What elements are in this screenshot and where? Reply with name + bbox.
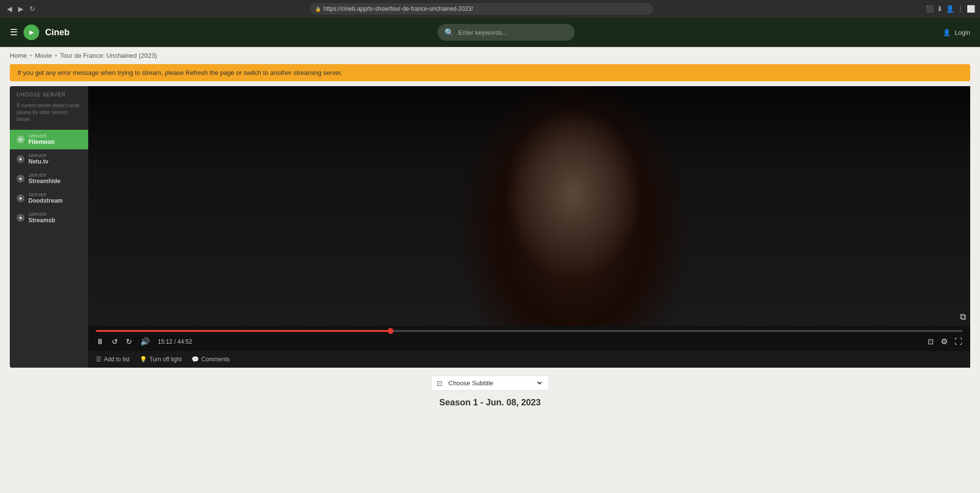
below-player: ⊡ Choose Subtitle English French Spanish… — [0, 368, 980, 416]
downloads-icon: ⬇ — [937, 5, 943, 13]
hamburger-menu[interactable]: ☰ — [10, 27, 18, 38]
video-frame[interactable]: ⧉ — [88, 86, 970, 326]
search-icon: 🔍 — [444, 28, 454, 37]
server-item-doodstream[interactable]: ▶ Server Doodstream — [10, 188, 88, 208]
server-info-doodstream: Server Doodstream — [28, 192, 63, 204]
progress-bar[interactable] — [96, 330, 962, 332]
face-silhouette — [88, 86, 970, 326]
subtitle-row: ⊡ Choose Subtitle English French Spanish — [10, 376, 970, 391]
profile-icon: 👤 — [946, 5, 954, 13]
server-sidebar: CHOOSE SERVER If current server doesn't … — [10, 86, 88, 368]
add-to-list-button[interactable]: ☰ Add to list — [96, 356, 130, 363]
fullscreen-button[interactable]: ⛶ — [955, 337, 962, 346]
breadcrumb-current: Tour de France: Unchained (2023) — [60, 52, 157, 59]
url-text: https://cineb.app/tv-show/tour-de-france… — [324, 5, 473, 12]
controls-left: ⏸ ↺ ↻ 🔊 15:12 / 44:52 — [96, 337, 192, 346]
breadcrumb-home[interactable]: Home — [10, 52, 27, 59]
search-input-wrap[interactable]: 🔍 — [438, 24, 575, 41]
player-wrap: ⧉ ⏸ ↺ ↻ 🔊 15:12 / 44:52 — [88, 86, 970, 368]
header-right: 👤 Login — [943, 29, 970, 36]
server-item-streamhide[interactable]: ▶ Server Streamhide — [10, 169, 88, 188]
turn-off-light-button[interactable]: 💡 Turn off light — [140, 356, 182, 363]
comments-button[interactable]: 💬 Comments — [192, 356, 230, 363]
forward-button[interactable]: ↻ — [126, 337, 132, 346]
breadcrumb: Home • Movie • Tour de France: Unchained… — [0, 47, 980, 64]
server-info-filemoon: Server Filemoon — [28, 134, 54, 145]
refresh-button[interactable]: ↻ — [27, 4, 37, 14]
server-label-3: Server — [28, 192, 63, 197]
logo-text: Cineb — [45, 27, 70, 38]
search-input[interactable] — [458, 29, 566, 36]
lock-icon: 🔒 — [315, 6, 321, 12]
resize-icon[interactable]: ⬜ — [967, 5, 975, 13]
subtitle-icon: ⊡ — [437, 379, 442, 387]
server-item-streamsb[interactable]: ▶ Server Streamsb — [10, 208, 88, 228]
total-time: 44:52 — [177, 338, 192, 345]
sidebar-title: CHOOSE SERVER — [10, 92, 88, 102]
play-icon-streamhide: ▶ — [17, 175, 24, 183]
nav-buttons: ◀ ▶ ↻ — [5, 4, 37, 14]
back-button[interactable]: ◀ — [5, 4, 14, 14]
play-icon-filemoon: ▶ — [17, 136, 24, 143]
server-info-netu: Server Netu.tv — [28, 153, 49, 165]
user-icon: 👤 — [943, 29, 951, 36]
browser-right-icons: ⬛ ⬇ 👤 ⋮ ⬜ — [926, 5, 975, 13]
controls-right: ⊡ ⚙ ⛶ — [928, 337, 962, 346]
server-item-filemoon[interactable]: ▶ Server Filemoon — [10, 130, 88, 149]
list-icon: ☰ — [96, 356, 101, 363]
server-name-4: Streamsb — [28, 217, 55, 224]
server-label-1: Server — [28, 153, 49, 158]
season-title: Season 1 - Jun. 08, 2023 — [10, 398, 970, 408]
breadcrumb-sep1: • — [30, 52, 32, 59]
comments-label: Comments — [201, 356, 230, 363]
logo-icon: ▶ — [24, 24, 39, 40]
search-bar: 🔍 — [70, 24, 943, 41]
add-to-list-label: Add to list — [104, 356, 130, 363]
server-item-netu[interactable]: ▶ Server Netu.tv — [10, 149, 88, 169]
server-info-streamsb: Server Streamsb — [28, 212, 55, 224]
settings-button[interactable]: ⚙ — [941, 337, 948, 346]
comments-icon: 💬 — [192, 356, 199, 363]
player-bottom-bar: ☰ Add to list 💡 Turn off light 💬 Comment… — [88, 351, 970, 368]
server-name-1: Netu.tv — [28, 158, 49, 165]
site-header: ☰ ▶ Cineb 🔍 👤 Login — [0, 18, 980, 47]
light-icon: 💡 — [140, 356, 147, 363]
pause-button[interactable]: ⏸ — [96, 337, 104, 346]
server-name-0: Filemoon — [28, 139, 54, 145]
pip-icon[interactable]: ⧉ — [960, 312, 966, 322]
player-controls: ⏸ ↺ ↻ 🔊 15:12 / 44:52 ⊡ ⚙ ⛶ — [88, 334, 970, 351]
server-label-2: Server — [28, 173, 60, 178]
sidebar-note: If current server doesn't work please tr… — [10, 102, 88, 130]
breadcrumb-sep2: • — [55, 52, 57, 59]
progress-dot — [388, 328, 393, 334]
play-icon-streamsb: ▶ — [17, 214, 24, 222]
progress-fill — [96, 330, 391, 332]
forward-button[interactable]: ▶ — [16, 4, 25, 14]
breadcrumb-movie[interactable]: Movie — [35, 52, 52, 59]
browser-chrome: ◀ ▶ ↻ 🔒 https://cineb.app/tv-show/tour-d… — [0, 0, 980, 18]
time-display: 15:12 / 44:52 — [158, 338, 192, 345]
main-content: CHOOSE SERVER If current server doesn't … — [10, 86, 970, 368]
server-label-0: Server — [28, 134, 54, 139]
subtitles-button[interactable]: ⊡ — [928, 337, 934, 346]
login-button[interactable]: Login — [955, 29, 970, 36]
warning-banner: If you get any error message when trying… — [10, 64, 970, 81]
server-name-2: Streamhide — [28, 178, 60, 185]
extensions-icon: ⬛ — [926, 5, 934, 13]
menu-icon[interactable]: ⋮ — [957, 5, 964, 13]
play-icon-doodstream: ▶ — [17, 194, 24, 202]
turn-off-light-label: Turn off light — [149, 356, 182, 363]
subtitle-select[interactable]: Choose Subtitle English French Spanish — [446, 379, 543, 387]
current-time: 15:12 — [158, 338, 172, 345]
warning-text: If you get any error message when trying… — [18, 69, 343, 76]
header-left: ☰ ▶ Cineb — [10, 24, 70, 40]
server-info-streamhide: Server Streamhide — [28, 173, 60, 185]
volume-button[interactable]: 🔊 — [140, 337, 150, 346]
server-label-4: Server — [28, 212, 55, 217]
progress-area — [88, 326, 970, 334]
rewind-button[interactable]: ↺ — [112, 337, 118, 346]
address-bar[interactable]: 🔒 https://cineb.app/tv-show/tour-de-fran… — [310, 3, 653, 15]
play-icon-netu: ▶ — [17, 155, 24, 163]
server-name-3: Doodstream — [28, 197, 63, 204]
subtitle-select-wrap[interactable]: ⊡ Choose Subtitle English French Spanish — [431, 376, 549, 391]
